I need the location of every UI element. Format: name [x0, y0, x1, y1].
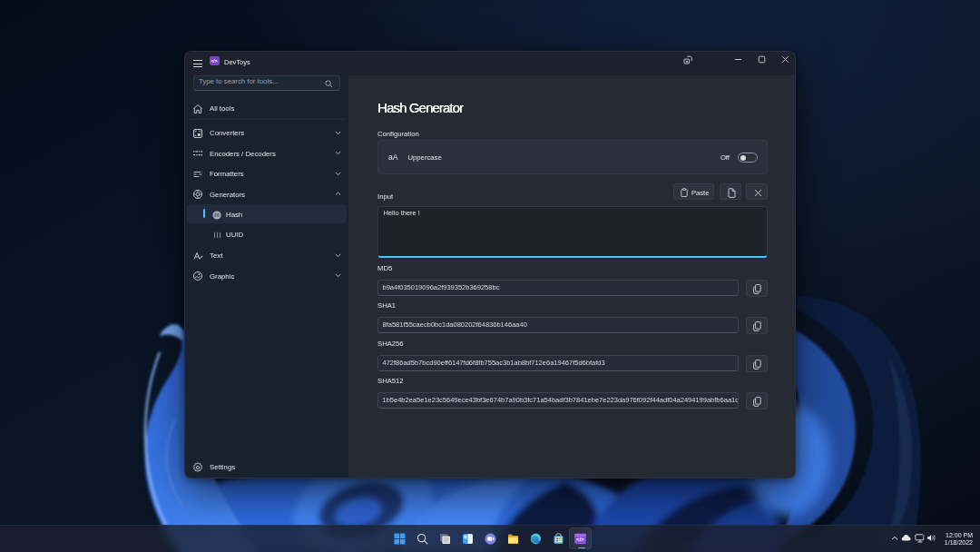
svg-text:</>: </> [576, 536, 584, 542]
